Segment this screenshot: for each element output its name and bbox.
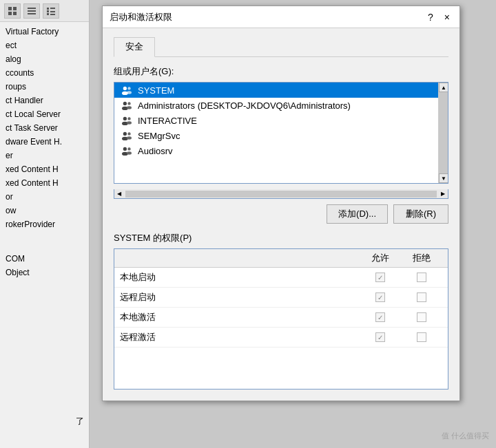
perm-header-allow: 允许	[360, 252, 401, 264]
svg-point-19	[127, 102, 130, 105]
perm-table-empty-space	[114, 348, 448, 389]
remove-button[interactable]: 删除(R)	[393, 204, 448, 224]
h-scrollbar-track	[125, 191, 437, 198]
tab-security[interactable]: 安全	[114, 37, 155, 57]
user-list[interactable]: SYSTEM Administrators (DESKTOP-	[114, 83, 448, 183]
svg-point-20	[127, 106, 132, 109]
user-name-interactive: INTERACTIVE	[138, 116, 197, 126]
perm-row-local-activate: 本地激活	[114, 308, 448, 328]
svg-point-23	[127, 117, 130, 120]
tab-row: 安全	[114, 36, 448, 57]
user-item-semgrsvc[interactable]: SEMgrSvc	[114, 128, 448, 143]
perm-table-header: 允许 拒绝	[114, 249, 448, 268]
svg-point-24	[127, 121, 132, 124]
dialog-overlay: 启动和激活权限 ? × 安全 组或用户名(G):	[0, 0, 496, 448]
perm-deny-checkbox-remote-start[interactable]	[417, 292, 426, 302]
perm-deny-remote-activate[interactable]	[401, 332, 442, 342]
perm-name-local-start: 本地启动	[120, 271, 360, 284]
perm-section-label: SYSTEM 的权限(P)	[114, 232, 448, 244]
user-item-interactive[interactable]: INTERACTIVE	[114, 113, 448, 128]
svg-point-29	[123, 147, 127, 151]
perm-table-container: 允许 拒绝 本地启动 远程启动	[114, 248, 448, 390]
users-icon-semgrsvc	[120, 130, 134, 141]
perm-row-remote-start: 远程启动	[114, 288, 448, 308]
svg-point-31	[127, 147, 130, 150]
perm-allow-local-activate[interactable]	[360, 312, 401, 322]
perm-name-remote-activate: 远程激活	[120, 331, 360, 343]
svg-point-27	[127, 132, 130, 135]
horizontal-scrollbar[interactable]: ◀ ▶	[114, 189, 448, 199]
svg-point-32	[127, 151, 132, 154]
users-icon-interactive	[120, 115, 134, 126]
svg-point-28	[127, 136, 132, 139]
svg-point-17	[123, 102, 127, 105]
dialog-titlebar: 启动和激活权限 ? ×	[103, 6, 459, 28]
perm-allow-checkbox-remote-activate[interactable]	[375, 332, 385, 342]
perm-header-name	[120, 252, 360, 264]
user-name-audiosrv: Audiosrv	[138, 146, 173, 156]
perm-row-remote-activate: 远程激活	[114, 328, 448, 348]
users-icon-administrators	[120, 100, 134, 111]
scrollbar-down-arrow[interactable]: ▼	[439, 173, 448, 183]
perm-allow-remote-start[interactable]	[360, 292, 401, 302]
users-icon-audiosrv	[120, 145, 134, 156]
perm-allow-checkbox-local-start[interactable]	[375, 273, 385, 282]
scrollbar-track	[439, 92, 448, 173]
user-name-semgrsvc: SEMgrSvc	[138, 131, 180, 141]
perm-allow-remote-activate[interactable]	[360, 332, 401, 342]
perm-deny-remote-start[interactable]	[401, 292, 442, 302]
svg-point-25	[123, 132, 127, 136]
user-name-administrators: Administrators (DESKTOP-JKDOVQ6\Administ…	[138, 100, 351, 111]
perm-row-local-start: 本地启动	[114, 268, 448, 288]
svg-point-13	[123, 87, 127, 90]
close-button[interactable]: ×	[442, 12, 453, 23]
perm-allow-checkbox-remote-start[interactable]	[375, 292, 385, 302]
perm-deny-checkbox-local-start[interactable]	[417, 273, 426, 282]
user-name-system: SYSTEM	[138, 85, 174, 96]
svg-point-15	[127, 87, 130, 89]
help-button[interactable]: ?	[425, 12, 436, 23]
perm-deny-checkbox-local-activate[interactable]	[417, 312, 426, 322]
perm-deny-local-activate[interactable]	[401, 312, 442, 322]
add-button[interactable]: 添加(D)...	[327, 204, 388, 224]
user-item-system[interactable]: SYSTEM	[114, 83, 448, 98]
dialog-title: 启动和激活权限	[110, 11, 172, 23]
btn-row: 添加(D)... 删除(R)	[114, 204, 448, 224]
perm-name-remote-start: 远程启动	[120, 291, 360, 303]
perm-deny-local-start[interactable]	[401, 273, 442, 282]
perm-header-deny: 拒绝	[401, 252, 442, 264]
h-scrollbar-left-arrow[interactable]: ◀	[114, 189, 124, 199]
launch-activation-dialog: 启动和激活权限 ? × 安全 组或用户名(G):	[102, 6, 460, 401]
perm-allow-local-start[interactable]	[360, 273, 401, 282]
svg-point-21	[123, 117, 127, 120]
users-icon-system	[120, 85, 134, 96]
scrollbar-up-arrow[interactable]: ▲	[439, 83, 448, 92]
group-label: 组或用户名(G):	[114, 65, 448, 78]
user-list-container: SYSTEM Administrators (DESKTOP-	[114, 82, 448, 184]
user-list-scrollbar[interactable]: ▲ ▼	[438, 83, 448, 183]
user-item-administrators[interactable]: Administrators (DESKTOP-JKDOVQ6\Administ…	[114, 98, 448, 113]
user-item-audiosrv[interactable]: Audiosrv	[114, 143, 448, 158]
svg-point-16	[127, 91, 132, 94]
perm-deny-checkbox-remote-activate[interactable]	[417, 332, 426, 342]
perm-name-local-activate: 本地激活	[120, 311, 360, 323]
perm-allow-checkbox-local-activate[interactable]	[375, 312, 385, 322]
dialog-controls: ? ×	[425, 12, 453, 23]
dialog-body: 安全 组或用户名(G):	[103, 28, 459, 401]
h-scrollbar-right-arrow[interactable]: ▶	[438, 189, 448, 199]
watermark: 值 什么值得买	[442, 431, 489, 441]
